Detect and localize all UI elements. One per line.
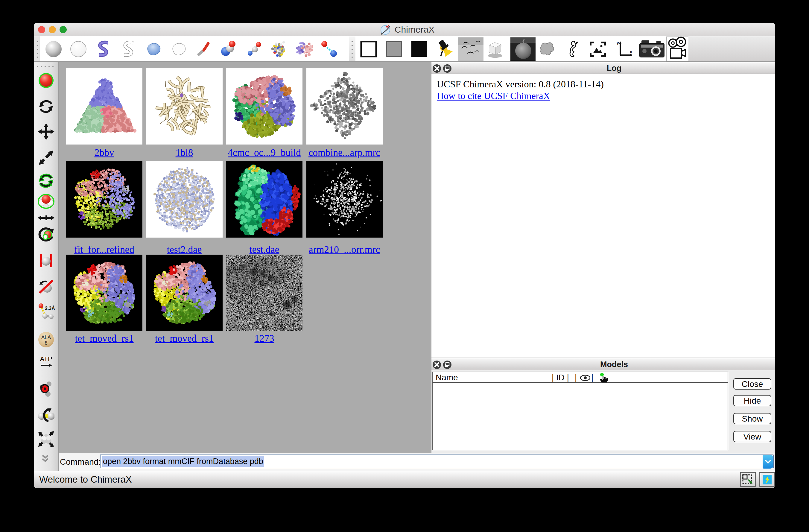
svg-text:ATP: ATP xyxy=(40,355,52,363)
svg-text:y: y xyxy=(617,40,619,45)
svg-text:x: x xyxy=(630,49,632,54)
svg-text:2.3Å: 2.3Å xyxy=(45,306,55,311)
